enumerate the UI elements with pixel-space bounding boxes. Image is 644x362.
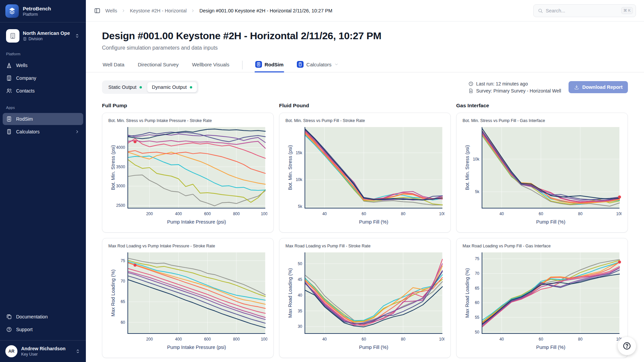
sidebar-item-calculators[interactable]: Calculators <box>3 126 83 138</box>
sidebar-item-company[interactable]: Company <box>3 72 83 84</box>
svg-text:75: 75 <box>475 256 480 261</box>
svg-text:5k: 5k <box>298 204 303 209</box>
svg-text:400: 400 <box>175 337 182 342</box>
svg-text:Pump Fill (%): Pump Fill (%) <box>536 345 565 350</box>
section-label-platform: Platform <box>0 44 86 59</box>
sidebar-item-label: Support <box>16 327 33 332</box>
chart-card: Max Road Loading vs Pump Fill - Gas Inte… <box>456 238 628 358</box>
tab-directional-survey[interactable]: Directional Survey <box>137 58 179 72</box>
org-switcher[interactable]: North American Opera Division <box>4 28 82 44</box>
rodsim-tab-icon <box>255 61 262 68</box>
chart-card: Bot. Min. Stress vs Pump Fill - Gas Inte… <box>456 113 628 233</box>
svg-text:Max Road Loading (%): Max Road Loading (%) <box>287 268 293 318</box>
chevron-right-icon <box>121 8 126 13</box>
main-area: WellsKeystone #2H - HorizontalDesign #00… <box>86 0 644 362</box>
sidebar-item-rodsim[interactable]: RodSim <box>3 113 83 125</box>
topbar: WellsKeystone #2H - HorizontalDesign #00… <box>86 0 644 21</box>
page-title: Design #001.00 Keystone #2H - Horizontal… <box>102 30 628 42</box>
svg-text:10k: 10k <box>296 177 303 182</box>
tab-well-data[interactable]: Well Data <box>102 58 125 72</box>
status-dot <box>140 86 142 88</box>
contacts-icon <box>6 88 12 94</box>
segment-label: Dynamic Output <box>152 84 187 90</box>
sidebar-item-support[interactable]: Support <box>3 323 83 336</box>
tab-calculators[interactable]: Calculators <box>296 58 339 72</box>
tab-label: RodSim <box>265 62 284 67</box>
output-mode-switch: Static OutputDynamic Output <box>102 80 199 94</box>
sidebar-item-documentation[interactable]: Documentation <box>3 311 83 323</box>
svg-text:30: 30 <box>298 324 303 329</box>
chevrons-up-down-icon <box>74 33 80 39</box>
chart-title: Bot. Min. Stress vs Pump Intake Pressure… <box>108 118 267 123</box>
svg-text:55: 55 <box>475 315 480 320</box>
sidebar-item-wells[interactable]: Wells <box>3 59 83 71</box>
svg-text:80: 80 <box>578 212 583 216</box>
svg-text:65: 65 <box>475 286 480 291</box>
tab-label: Well Data <box>103 62 124 67</box>
tab-label: Directional Survey <box>138 62 179 67</box>
svg-text:45: 45 <box>298 277 303 282</box>
output-toolbar: Static OutputDynamic Output Last run: 12… <box>102 80 628 94</box>
svg-text:600: 600 <box>204 212 211 216</box>
survey-text: Survey: Primary Survey - Horizontal Well <box>476 88 561 94</box>
sidebar-toggle-button[interactable] <box>94 7 101 14</box>
help-button[interactable] <box>618 337 636 355</box>
search-input[interactable] <box>546 8 619 13</box>
svg-text:200: 200 <box>146 212 153 216</box>
breadcrumb-item[interactable]: Keystone #2H - Horizontal <box>130 8 186 13</box>
user-menu[interactable]: AR Andrew Richardson Key User <box>0 340 86 362</box>
svg-text:50: 50 <box>298 261 303 266</box>
svg-text:Bot. Min. Stress (psi): Bot. Min. Stress (psi) <box>287 145 293 190</box>
last-run-text: Last run: 12 minutes ago <box>476 81 528 86</box>
svg-text:200: 200 <box>146 337 153 342</box>
building-icon <box>6 75 12 81</box>
calculator-icon <box>6 129 12 135</box>
svg-text:70: 70 <box>475 271 480 276</box>
tab-wellbore-visuals[interactable]: Wellbore Visuals <box>191 58 230 72</box>
svg-text:15k: 15k <box>296 150 303 155</box>
app-title: PetroBench <box>23 6 51 11</box>
division-building-icon <box>23 37 27 41</box>
chevron-down-icon <box>334 62 339 67</box>
download-icon <box>574 84 579 90</box>
chart-card: Bot. Min. Stress vs Pump Fill - Stroke R… <box>279 113 451 233</box>
svg-text:40: 40 <box>499 337 504 342</box>
sidebar-item-label: Calculators <box>16 129 40 134</box>
sidebar-item-contacts[interactable]: Contacts <box>3 85 83 97</box>
chart-canvas: 20040060080010002500300035004000Pump Int… <box>108 125 267 226</box>
download-report-button[interactable]: Download Report <box>569 81 628 93</box>
tab-label: Wellbore Visuals <box>192 62 229 67</box>
svg-text:Max Rod Loading (%): Max Rod Loading (%) <box>110 269 116 316</box>
chart-card: Max Rod Loading vs Pump Intake Pressure … <box>102 238 274 358</box>
svg-text:Bot. Min. Stress (psi): Bot. Min. Stress (psi) <box>465 145 470 190</box>
tab-bar: Well DataDirectional SurveyWellbore Visu… <box>86 58 644 72</box>
svg-text:600: 600 <box>204 337 211 342</box>
svg-text:4000: 4000 <box>116 145 125 150</box>
chart-card: Max Road Loading vs Pump Fill - Stroke R… <box>279 238 451 358</box>
svg-text:80: 80 <box>401 337 406 342</box>
segment-dynamic-output[interactable]: Dynamic Output <box>147 82 197 93</box>
avatar: AR <box>5 345 17 357</box>
search-box[interactable]: ⌘ K <box>533 4 636 17</box>
documentation-icon <box>6 314 12 320</box>
svg-text:40: 40 <box>298 293 303 298</box>
svg-text:65: 65 <box>121 299 125 304</box>
svg-text:100: 100 <box>439 337 444 342</box>
search-shortcut-badge: ⌘ K <box>621 7 633 14</box>
svg-text:5k: 5k <box>475 189 480 194</box>
svg-text:60: 60 <box>121 320 125 325</box>
sidebar-item-label: Wells <box>16 63 28 68</box>
segment-static-output[interactable]: Static Output <box>103 82 147 93</box>
svg-text:60: 60 <box>362 212 366 216</box>
user-role: Key User <box>21 352 65 357</box>
chart-canvas: 4060801005k10k15kPump Fill (%)Bot. Min. … <box>285 125 444 226</box>
svg-text:80: 80 <box>578 337 583 342</box>
breadcrumb-item[interactable]: Wells <box>105 8 117 13</box>
user-name: Andrew Richardson <box>21 346 65 351</box>
chart-canvas: 406080100505560657075Pump Fill (%)Max Ro… <box>463 250 622 351</box>
svg-text:100: 100 <box>439 212 444 216</box>
tab-rodsim[interactable]: RodSim <box>255 58 284 72</box>
svg-text:40: 40 <box>499 212 504 216</box>
svg-text:75: 75 <box>121 258 125 263</box>
svg-text:3500: 3500 <box>116 165 125 169</box>
